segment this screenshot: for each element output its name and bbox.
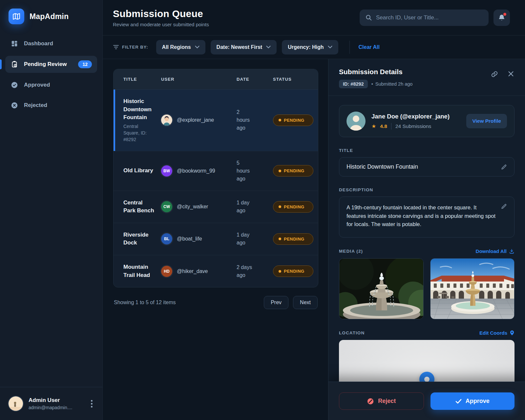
sidebar-user-section[interactable]: Admin User admin@mapadmin....: [0, 387, 102, 420]
user-avatar: BW: [161, 165, 172, 177]
status-dot: [279, 170, 281, 172]
submission-date: 2 days ago: [237, 263, 268, 279]
title-field-label: TITLE: [339, 148, 353, 153]
sidebar-item-approved[interactable]: Approved: [5, 77, 97, 93]
submission-title: Historic Downtown Fountain: [123, 97, 155, 122]
media-photo-fountain-closeup[interactable]: [339, 258, 424, 319]
download-all-link[interactable]: Download All: [476, 248, 514, 254]
prev-page-button[interactable]: Prev: [264, 296, 288, 309]
status-dot: [279, 238, 281, 240]
next-page-button[interactable]: Next: [293, 296, 318, 309]
table-row[interactable]: Old Library BW @bookworm_99 5 hours ago …: [114, 151, 318, 191]
status-badge: PENDING: [273, 115, 313, 126]
approve-button[interactable]: Approve: [430, 392, 515, 410]
dashboard-icon: [10, 40, 18, 47]
chevron-down-icon: [328, 46, 332, 49]
username: @bookworm_99: [177, 168, 215, 174]
filter-divider: [349, 41, 350, 54]
chevron-down-icon: [195, 46, 200, 49]
table-row[interactable]: Riverside Dock BL @boat_life 1 day ago P…: [114, 223, 318, 255]
search-input[interactable]: [376, 14, 483, 21]
sidebar-nav: Dashboard Pending Review 12 Approved Rej…: [0, 35, 102, 114]
username: @city_walker: [177, 204, 208, 210]
submission-subtitle: Central Square, ID: #8292: [123, 123, 155, 143]
chevron-down-icon: [266, 46, 271, 49]
submission-count: 24 Submissions: [395, 123, 431, 129]
notification-dot: [503, 13, 506, 16]
submission-date: 2 hours ago: [237, 108, 268, 132]
description-field: A 19th-century fountain located in the c…: [339, 197, 514, 238]
column-header-date: DATE: [237, 77, 268, 82]
table-row[interactable]: Historic Downtown Fountain Central Squar…: [114, 90, 318, 151]
pagination: Prev Next: [264, 296, 318, 309]
submission-details-panel: Submission Details ID: #8292 •Submitted …: [328, 59, 525, 420]
user-avatar: [161, 115, 172, 126]
submitted-time: •Submitted 2h ago: [371, 81, 413, 87]
search-icon: [365, 14, 372, 21]
edit-title-pencil-icon[interactable]: [501, 164, 507, 170]
filter-lines-icon: [113, 45, 119, 50]
filter-by-label: FILTER BY:: [113, 45, 148, 50]
user-avatar: BL: [161, 233, 172, 244]
check-circle-icon: [10, 81, 18, 89]
status-badge: PENDING: [273, 233, 313, 245]
submission-date: 1 day ago: [237, 199, 268, 215]
table-row[interactable]: Central Park Bench CW @city_walker 1 day…: [114, 191, 318, 223]
username: @hiker_dave: [177, 268, 208, 274]
search-box[interactable]: [360, 10, 489, 26]
status-dot: [279, 270, 281, 273]
sidebar-item-rejected[interactable]: Rejected: [5, 97, 97, 114]
content-row: TITLE USER DATE STATUS Historic Downtown…: [103, 59, 525, 420]
user-menu-kebab-icon[interactable]: [89, 398, 94, 410]
title-field-value: Historic Downtown Fountain: [346, 163, 418, 170]
admin-user-email: admin@mapadmin....: [29, 405, 72, 410]
submitter-name: Jane Doe (@explorer_jane): [371, 113, 450, 120]
details-header: Submission Details ID: #8292 •Submitted …: [328, 59, 525, 96]
media-photo-fountain-plaza[interactable]: [430, 258, 515, 319]
sidebar-item-dashboard[interactable]: Dashboard: [5, 35, 97, 52]
sidebar-item-label: Dashboard: [24, 40, 53, 47]
title-field: Historic Downtown Fountain: [339, 157, 514, 177]
edit-coords-link[interactable]: Edit Coords: [479, 330, 514, 336]
submission-date: 5 hours ago: [237, 159, 268, 183]
sidebar-item-label: Pending Review: [24, 61, 67, 68]
media-gallery: [339, 258, 514, 319]
moderation-action-bar: Reject Approve: [328, 382, 525, 420]
page-title: Submission Queue: [113, 8, 209, 19]
sidebar-item-label: Approved: [24, 82, 50, 88]
brand: MapAdmin: [0, 0, 102, 35]
clipboard-clock-icon: [10, 61, 18, 68]
table-footer: Showing 1 to 5 of 12 items Prev Next: [113, 296, 318, 309]
submission-title: Central Park Bench: [123, 199, 155, 215]
status-badge: PENDING: [273, 165, 313, 177]
column-header-status: STATUS: [268, 77, 318, 82]
details-body: Jane Doe (@explorer_jane) ★ 4.8 24 Submi…: [328, 96, 525, 420]
clear-all-filters-link[interactable]: Clear All: [359, 44, 380, 50]
edit-description-pencil-icon[interactable]: [501, 203, 507, 209]
description-field-value: A 19th-century fountain located in the c…: [346, 203, 496, 229]
admin-user-info: Admin User admin@mapadmin....: [29, 397, 72, 410]
top-header: Submission Queue Review and moderate use…: [103, 0, 525, 35]
view-profile-button[interactable]: View Profile: [466, 114, 507, 128]
ban-icon: [367, 398, 374, 405]
sidebar-item-pending-review[interactable]: Pending Review 12: [5, 56, 97, 73]
submitter-rating: 4.8: [380, 123, 387, 129]
dot-separator: •: [371, 81, 373, 87]
notifications-button[interactable]: [494, 10, 510, 26]
reject-button[interactable]: Reject: [339, 392, 424, 410]
copy-link-icon[interactable]: [491, 70, 498, 88]
submission-title: Old Library: [123, 167, 155, 175]
media-section-label: MEDIA (2): [339, 249, 363, 254]
close-icon[interactable]: [507, 70, 514, 88]
submission-date: 1 day ago: [237, 231, 268, 247]
app-name: MapAdmin: [30, 12, 69, 21]
filter-region-dropdown[interactable]: All Regions: [156, 40, 205, 54]
filter-date-dropdown[interactable]: Date: Newest First: [211, 40, 277, 54]
status-dot: [279, 205, 281, 208]
table-row[interactable]: Mountain Trail Head HD @hiker_dave 2 day…: [114, 255, 318, 287]
user-avatar: CW: [161, 201, 172, 212]
submitter-avatar: [346, 112, 366, 131]
app-logo-map-icon: [9, 9, 24, 24]
filter-urgency-dropdown[interactable]: Urgency: High: [282, 40, 338, 54]
submission-title: Mountain Trail Head: [123, 263, 155, 279]
